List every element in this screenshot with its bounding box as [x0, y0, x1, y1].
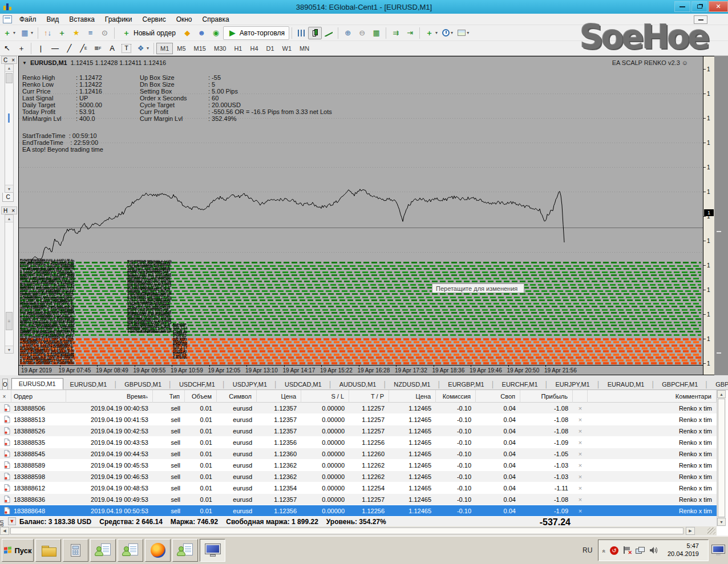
column-header-12[interactable]: Прибыль — [520, 390, 573, 403]
chart-tab-eurchf-m1[interactable]: EURCHF,M1 — [495, 379, 545, 389]
scroll-down-icon[interactable]: ▼ — [5, 185, 13, 192]
new-chart-button[interactable]: ＋▾ — [0, 27, 18, 39]
column-header-3[interactable]: Тип — [153, 390, 185, 403]
panel-tab-o[interactable]: O — [2, 379, 8, 389]
expand-tray-icon[interactable]: « — [601, 549, 608, 551]
taskbar-mt4-button-1[interactable] — [90, 539, 116, 562]
menu-charts[interactable]: Графики — [100, 14, 137, 25]
column-header-4[interactable]: Объем — [185, 390, 217, 403]
line-chart-button[interactable] — [322, 27, 335, 39]
scroll-right-icon[interactable]: ▶ — [686, 527, 695, 535]
scrollbar-thumb[interactable] — [10, 528, 683, 534]
order-row-183888648[interactable]: 1838886482019.04.19 00:50:53sell0.01euru… — [0, 505, 717, 517]
zoom-out-button[interactable]: ⊖ — [355, 27, 369, 39]
scroll-down-icon[interactable]: ▼ — [717, 518, 726, 526]
fibonacci-tool[interactable]: ≡F — [91, 42, 105, 55]
panel-tab-c[interactable]: C — [2, 193, 14, 202]
order-row-183888513[interactable]: 1838885132019.04.19 00:41:53sell0.01euru… — [0, 414, 717, 425]
timeframe-M15[interactable]: M15 — [190, 43, 210, 54]
order-row-183888612[interactable]: 1838886122019.04.19 00:48:53sell0.01euru… — [0, 482, 717, 494]
tray-network-icon[interactable] — [636, 547, 645, 554]
column-header-7[interactable]: S / L — [301, 390, 349, 403]
mql5-community-button[interactable]: ☻ — [195, 27, 209, 39]
scroll-left-icon[interactable]: ◀ — [0, 527, 9, 535]
chart-tab-gbpusd-m1[interactable]: GBPUSD,M1 — [118, 379, 168, 389]
vertical-scrollbar[interactable]: ▲ ▼ — [717, 390, 726, 526]
autotrade-button[interactable]: ▶ Авто-торговля — [223, 26, 289, 40]
tile-windows-button[interactable]: ▦ — [369, 27, 383, 39]
close-order-button[interactable]: × — [573, 405, 588, 412]
zoom-in-button[interactable]: ⊕ — [341, 27, 355, 39]
scroll-up-icon[interactable]: ▲ — [5, 64, 13, 72]
close-order-button[interactable]: × — [573, 473, 588, 480]
menu-insert[interactable]: Вставка — [64, 14, 100, 25]
show-desktop-icon[interactable] — [712, 545, 725, 555]
column-header-9[interactable]: Цена — [389, 390, 436, 403]
close-order-button[interactable]: × — [573, 485, 588, 492]
timeframe-MN[interactable]: MN — [296, 43, 313, 54]
navigator-button[interactable]: ★ — [69, 27, 83, 39]
order-row-183888526[interactable]: 1838885262019.04.19 00:42:53sell0.01euru… — [0, 425, 717, 437]
taskbar-calculator-button[interactable] — [63, 539, 88, 562]
scrollbar-thumb[interactable] — [718, 399, 725, 517]
chart-minimize-button[interactable] — [694, 15, 707, 24]
panel-close-icon[interactable]: × — [11, 208, 15, 214]
crosshair-tool-button[interactable]: ＋ — [14, 42, 29, 55]
market-watch-button[interactable]: ↑↓ — [41, 27, 55, 39]
column-header-1[interactable]: Ордер — [11, 390, 66, 403]
taskbar-active-app-button[interactable] — [200, 539, 225, 562]
scroll-up-icon[interactable]: ▲ — [717, 390, 726, 398]
horizontal-scrollbar[interactable]: ◀ ▶ — [0, 526, 717, 535]
menu-file[interactable]: Файл — [14, 14, 42, 25]
chart-tab-gbpchf-m1[interactable]: GBPCHF,M1 — [655, 379, 705, 389]
bar-chart-button[interactable] — [294, 27, 308, 39]
chart-tab-euraud-m1[interactable]: EURAUD,M1 — [601, 379, 652, 389]
chart-shift-button[interactable]: ⇥ — [403, 27, 417, 39]
order-row-183888535[interactable]: 1838885352019.04.19 00:43:53sell0.01euru… — [0, 437, 717, 448]
new-order-button[interactable]: ＋ Новый ордер — [117, 27, 180, 39]
close-order-button[interactable]: × — [573, 416, 588, 423]
column-header-6[interactable]: Цена — [257, 390, 301, 403]
close-order-button[interactable]: × — [573, 508, 588, 514]
chart-tab-gbpjpy-m1[interactable]: GBPJPY,M1 — [709, 379, 728, 389]
chart-tab-usdjpy-m1[interactable]: USDJPY,M1 — [226, 379, 274, 389]
metaeditor-button[interactable]: ◆ — [180, 27, 195, 39]
chart-tab-usdcad-m1[interactable]: USDCAD,M1 — [278, 379, 329, 389]
panel-h-scrollbar[interactable]: ▲ ≡ ▼ — [5, 214, 14, 354]
tray-red-app-icon[interactable]: ↺ — [610, 546, 618, 555]
indicators-button[interactable]: ＋▾ — [422, 27, 440, 39]
close-order-button[interactable]: × — [573, 451, 588, 457]
menu-window[interactable]: Окно — [171, 14, 197, 25]
column-header-10[interactable]: Комиссия — [436, 390, 476, 403]
close-order-button[interactable]: × — [573, 496, 588, 503]
speaker-icon[interactable] — [649, 546, 658, 554]
timeframe-H1[interactable]: H1 — [230, 43, 246, 54]
column-header-8[interactable]: T / P — [349, 390, 389, 403]
menu-service[interactable]: Сервис — [137, 14, 171, 25]
auto-scroll-button[interactable]: ⇉ — [389, 27, 403, 39]
panel-close-icon[interactable]: × — [11, 57, 15, 63]
language-indicator[interactable]: RU — [583, 546, 592, 554]
taskbar-mt4-button-2[interactable] — [118, 539, 143, 562]
scroll-up-icon[interactable]: ▲ — [5, 215, 13, 222]
data-window-button[interactable]: ＋ — [55, 27, 69, 39]
chart-tab-eurgbp-m1[interactable]: EURGBP,M1 — [441, 379, 491, 389]
timeframe-M1[interactable]: M1 — [156, 43, 173, 54]
column-header-2[interactable]: Время ▵ — [66, 390, 153, 403]
vertical-line-tool[interactable]: | — [34, 42, 48, 55]
close-button[interactable]: ✕ — [709, 1, 728, 12]
tray-clock[interactable]: 5:47 20.04.2019 — [668, 542, 699, 558]
menu-view[interactable]: Вид — [42, 14, 64, 25]
chart-tab-eurusd-m1[interactable]: EURUSD,M1 — [11, 378, 63, 389]
chart-tab-nzdusd-m1[interactable]: NZDUSD,M1 — [387, 379, 437, 389]
terminal-panel-button[interactable]: ≡ — [83, 27, 98, 39]
taskbar-firefox-button[interactable] — [145, 539, 171, 562]
equidistant-channel-tool[interactable]: ╱E — [76, 42, 91, 55]
trendline-tool[interactable]: ╱ — [62, 42, 76, 55]
cursor-tool-button[interactable]: ↖ — [0, 42, 14, 55]
timeframe-M30[interactable]: M30 — [210, 43, 230, 54]
periods-button[interactable]: ▾ — [440, 27, 455, 39]
start-button[interactable]: Пуск — [2, 539, 34, 562]
order-row-183888598[interactable]: 1838885982019.04.19 00:46:53sell0.01euru… — [0, 471, 717, 482]
chart-plot-area[interactable]: #183888506 sell 0.01 1.12357 tp 1.12257 … — [18, 56, 703, 375]
